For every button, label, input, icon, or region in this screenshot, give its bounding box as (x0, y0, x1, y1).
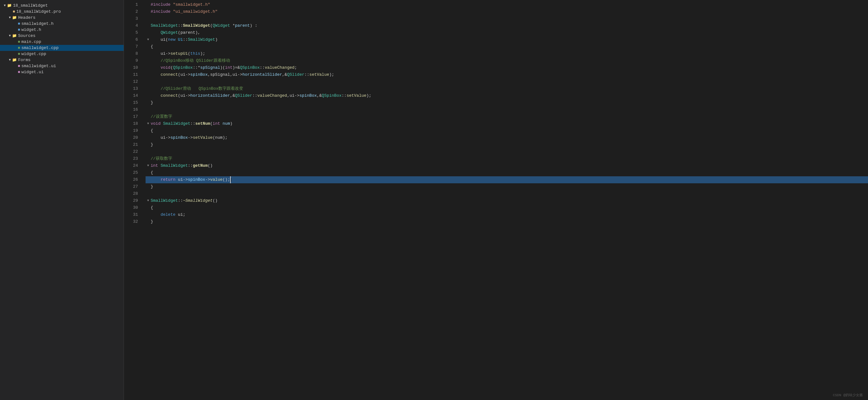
code-line-22 (146, 148, 868, 155)
pro-file-icon: ■ (13, 9, 15, 14)
code-line-31: delete ui; (146, 211, 868, 218)
code-line-30: { (146, 204, 868, 211)
sidebar-item-smallwidget-cpp[interactable]: ■ smallwidget.cpp (0, 45, 124, 51)
code-line-1: #include "smallwidget.h" (146, 1, 868, 8)
sidebar-item-widget-h[interactable]: ■ widget.h (0, 27, 124, 33)
widget-cpp-label: widget.cpp (21, 52, 46, 56)
code-line-15: } (146, 99, 868, 106)
sidebar-item-widget-cpp[interactable]: ■ widget.cpp (0, 51, 124, 57)
code-line-9: //QSpinBox移动 QSlider跟着移动 (146, 57, 868, 64)
ui-file-icon1: ■ (18, 64, 20, 68)
h-file-icon2: ■ (18, 28, 20, 32)
code-line-12 (146, 78, 868, 85)
cpp-file-icon1: ■ (18, 40, 20, 44)
code-line-25: { (146, 169, 868, 176)
code-line-26: return ui->spinBox->value();| (146, 176, 868, 183)
code-line-7: { (146, 43, 868, 50)
code-line-11: connect(ui->spinBox,spSignal,ui->horizon… (146, 71, 868, 78)
fold-arrow-6[interactable]: ▼ (146, 36, 151, 43)
headers-arrow: ▼ (8, 16, 12, 20)
headers-folder-icon: 📁 (12, 15, 17, 20)
main-cpp-label: main.cpp (21, 39, 41, 44)
code-editor[interactable]: 1 2 3 4 5 6 7 8 9 10 11 12 13 14 15 16 1… (124, 0, 868, 400)
smallwidget-cpp-label: smallwidget.cpp (21, 46, 59, 50)
sidebar-item-smallwidget-ui[interactable]: ■ smallwidget.ui (0, 63, 124, 69)
sidebar-item-widget-ui[interactable]: ■ widget.ui (0, 69, 124, 75)
code-line-24: ▼ int SmallWidget::getNum() (146, 162, 868, 169)
pro-file-label: 18_smallWidget.pro (16, 9, 61, 14)
sidebar-item-pro[interactable]: ■ 18_smallWidget.pro (0, 8, 124, 15)
code-line-21: } (146, 141, 868, 148)
code-line-32: } (146, 218, 868, 225)
fold-arrow-18[interactable]: ▼ (146, 120, 151, 127)
code-line-3 (146, 15, 868, 22)
cpp-file-icon2: ■ (18, 46, 20, 50)
sources-label: Sources (18, 33, 36, 38)
code-line-5: QWidget(parent), (146, 29, 868, 36)
code-line-6: ▼ ui(new Ui::SmallWidget) (146, 36, 868, 43)
code-line-28 (146, 190, 868, 197)
code-line-23: //获取数字 (146, 155, 868, 162)
sidebar-item-forms[interactable]: ▼ 📁 Forms (0, 57, 124, 63)
cpp-file-icon3: ■ (18, 52, 20, 56)
sidebar-item-headers[interactable]: ▼ 📁 Headers (0, 15, 124, 21)
forms-label: Forms (18, 58, 31, 62)
code-line-13: //QSlider滑动 QSpinBox数字跟着改变 (146, 85, 868, 92)
watermark: CSDN @奶味少女酱 (833, 393, 863, 397)
code-line-18: ▼ void SmallWidget::setNum(int num) (146, 120, 868, 127)
code-line-10: void(QSpinBox::*spSignal)(int)=&QSpinBox… (146, 64, 868, 71)
code-line-29: ▼ SmallWidget::~SmallWidget() (146, 197, 868, 204)
file-tree[interactable]: ▼ 📁 18_smallWidget ■ 18_smallWidget.pro … (0, 0, 124, 400)
code-line-2: #include "ui_smallwidget.h" (146, 8, 868, 15)
project-root[interactable]: ▼ 📁 18_smallWidget (0, 3, 124, 8)
sidebar-item-sources[interactable]: ▼ 📁 Sources (0, 33, 124, 39)
headers-label: Headers (18, 15, 36, 20)
code-line-8: ui->setupUi(this); (146, 50, 868, 57)
fold-arrow-24[interactable]: ▼ (146, 162, 151, 169)
sources-folder-icon: 📁 (12, 33, 17, 38)
sidebar-item-smallwidget-h[interactable]: ■ smallwidget.h (0, 21, 124, 27)
code-line-14: connect(ui->horizontalSlider,&QSlider::v… (146, 92, 868, 99)
code-line-20: ui->spinBox->setValue(num); (146, 134, 868, 141)
expand-arrow: ▼ (3, 4, 7, 7)
forms-arrow: ▼ (8, 58, 12, 62)
code-line-16 (146, 106, 868, 113)
sidebar-item-main-cpp[interactable]: ■ main.cpp (0, 39, 124, 45)
widget-h-label: widget.h (21, 27, 41, 32)
code-line-27: } (146, 183, 868, 190)
folder-icon: 📁 (7, 3, 12, 8)
sources-arrow: ▼ (8, 34, 12, 37)
ui-file-icon2: ■ (18, 70, 20, 75)
code-content[interactable]: #include "smallwidget.h" #include "ui_sm… (143, 0, 868, 400)
project-name: 18_smallWidget (13, 3, 48, 8)
fold-arrow-29[interactable]: ▼ (146, 197, 151, 204)
code-line-19: { (146, 127, 868, 134)
code-line-17: //设置数字 (146, 113, 868, 120)
widget-ui-label: widget.ui (21, 70, 43, 75)
h-file-icon: ■ (18, 22, 20, 26)
code-line-4: SmallWidget::SmallWidget(QWidget *parent… (146, 22, 868, 29)
smallwidget-h-label: smallwidget.h (21, 21, 53, 26)
forms-folder-icon: 📁 (12, 58, 17, 62)
line-numbers: 1 2 3 4 5 6 7 8 9 10 11 12 13 14 15 16 1… (124, 0, 143, 400)
smallwidget-ui-label: smallwidget.ui (21, 64, 56, 68)
